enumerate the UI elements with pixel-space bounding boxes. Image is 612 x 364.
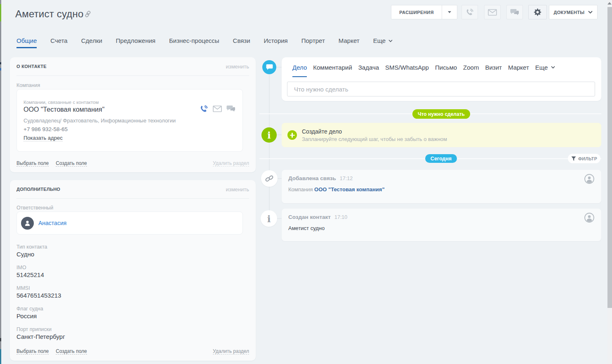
tltab-activity[interactable]: Дело: [292, 57, 307, 77]
settings-button[interactable]: [528, 5, 547, 19]
create-activity-banner[interactable]: Создайте дело Запланируйте следующий шаг…: [282, 123, 601, 147]
company-chat-icon[interactable]: [226, 104, 235, 113]
filter-button[interactable]: ФИЛЬТР: [568, 154, 600, 163]
company-link[interactable]: ООО "Тестовая компания": [314, 186, 384, 193]
page-title: Аметист судно: [15, 8, 84, 20]
create-field-link[interactable]: Создать поле: [56, 348, 87, 355]
tltab-task[interactable]: Задача: [358, 57, 379, 77]
company-phone: +7 986 932-58-65: [24, 126, 236, 132]
responsible-box[interactable]: Анастасия: [16, 211, 243, 235]
tab-general[interactable]: Общие: [16, 37, 37, 48]
menu-strip-dot3: [0, 338, 1, 341]
field-label: Флаг судна: [16, 306, 249, 312]
collapsed-menu-strip: [0, 0, 1, 364]
menu-strip-teal: [0, 349, 1, 364]
select-field-link[interactable]: Выбрать поле: [16, 348, 49, 355]
responsible-avatar: [21, 217, 34, 230]
timeline-item-time: 17:10: [334, 214, 347, 220]
phone-icon: [465, 8, 474, 17]
timeline-item-title: Создан контакт: [288, 214, 331, 220]
tab-market[interactable]: Маркет: [339, 37, 360, 48]
tltab-zoom[interactable]: Zoom: [463, 57, 479, 77]
timeline-item-title: Добавлена связь: [288, 175, 336, 181]
create-field-link[interactable]: Создать поле: [56, 160, 87, 167]
timeline-editor-tabs: Дело Комментарий Задача SMS/WhatsApp Пис…: [287, 57, 596, 77]
tab-more-label: Еще: [373, 37, 386, 44]
call-button[interactable]: [461, 5, 478, 19]
banner-title: Создайте дело: [302, 128, 447, 135]
entity-tabs: Общие Счета Сделки Предложения Бизнес-пр…: [16, 37, 393, 48]
about-card-edit-link[interactable]: изменить: [226, 63, 249, 70]
todo-input[interactable]: [287, 82, 595, 96]
tltab-mail[interactable]: Письмо: [435, 57, 457, 77]
tab-more[interactable]: Еще: [373, 37, 393, 48]
tltab-visit[interactable]: Визит: [485, 57, 502, 77]
tab-relations[interactable]: Связи: [233, 37, 250, 48]
about-card-title: О КОНТАКТЕ: [16, 64, 47, 69]
timeline-connector: [275, 67, 282, 68]
gear-icon: [534, 8, 541, 16]
todo-hint-pill: Что нужно сделать: [412, 109, 470, 119]
timeline-info-badge: i: [261, 210, 277, 227]
field-value: Судно: [16, 251, 249, 258]
company-quick-actions: [199, 104, 235, 113]
email-button[interactable]: [484, 5, 501, 19]
field-imo: IMO 51425214: [16, 265, 249, 278]
timeline-item-text: Аметист судно: [288, 225, 325, 231]
tltab-sms[interactable]: SMS/WhatsApp: [385, 57, 429, 77]
field-flag: Флаг судна Россия: [16, 306, 249, 319]
timeline-info-badge-green: i: [261, 127, 277, 143]
author-avatar-icon: [584, 174, 594, 184]
details-card-title: ДОПОЛНИТЕЛЬНО: [16, 187, 60, 192]
field-port: Порт приписки Санкт-Петербург: [16, 326, 249, 340]
divider: [16, 75, 249, 76]
divider: [16, 198, 249, 199]
details-card: ДОПОЛНИТЕЛЬНО изменить Ответственный Ана…: [10, 180, 256, 361]
card-links-row: Выбрать поле Создать поле Удалить раздел: [16, 348, 249, 355]
chevron-down-icon: [551, 66, 555, 68]
link-icon[interactable]: [85, 11, 90, 16]
chat-button[interactable]: [506, 5, 523, 19]
extensions-button[interactable]: РАСШИРЕНИЯ: [391, 5, 457, 19]
timeline-item-link-added: Добавлена связь 17:12 Компания ООО "Тест…: [282, 170, 601, 203]
extensions-button-label: РАСШИРЕНИЯ: [391, 10, 442, 15]
documents-button-label: ДОКУМЕНТЫ: [554, 10, 585, 15]
tab-history[interactable]: История: [264, 37, 288, 48]
page-scrollbar[interactable]: [607, 0, 612, 364]
scrollbar-up-arrow[interactable]: [607, 2, 612, 5]
extensions-dropdown-toggle[interactable]: [442, 11, 457, 13]
stream-today-label[interactable]: Сегодня: [425, 154, 457, 163]
show-address-link[interactable]: Показать адрес: [24, 135, 63, 141]
banner-text: Создайте дело Запланируйте следующий шаг…: [302, 128, 447, 142]
documents-button[interactable]: ДОКУМЕНТЫ: [549, 5, 598, 19]
tltab-comment[interactable]: Комментарий: [313, 57, 352, 77]
plus-icon[interactable]: [287, 130, 297, 140]
remove-section-link[interactable]: Удалить раздел: [213, 348, 249, 355]
tab-bizproc[interactable]: Бизнес-процессы: [169, 37, 219, 48]
info-icon: i: [267, 131, 271, 140]
tltab-market[interactable]: Маркет: [508, 57, 529, 77]
select-field-link[interactable]: Выбрать поле: [16, 160, 49, 167]
field-mmsi: MMSI 5647651453213: [16, 285, 249, 299]
menu-strip-dot1: [0, 62, 1, 64]
tab-portrait[interactable]: Портрет: [301, 37, 325, 48]
tab-quotes[interactable]: Предложения: [116, 37, 155, 48]
field-value: 51425214: [16, 271, 249, 278]
menu-strip-green: [0, 4, 1, 21]
responsible-name-link[interactable]: Анастасия: [38, 220, 66, 226]
company-call-icon[interactable]: [199, 104, 208, 113]
company-box[interactable]: Компании, связанные с контактом ООО "Тес…: [16, 89, 243, 152]
remove-section-link[interactable]: Удалить раздел: [213, 160, 249, 167]
field-value: Санкт-Петербург: [16, 333, 249, 340]
timeline-item-time: 17:12: [340, 176, 353, 181]
tltab-more[interactable]: Еще: [535, 57, 556, 77]
details-card-edit-link[interactable]: изменить: [226, 186, 249, 193]
field-label: Порт приписки: [16, 326, 249, 332]
company-mail-icon[interactable]: [213, 104, 222, 113]
filter-button-label: ФИЛЬТР: [578, 156, 597, 161]
field-label: Тип контакта: [16, 244, 249, 250]
tab-deals[interactable]: Сделки: [81, 37, 102, 48]
tab-invoices[interactable]: Счета: [50, 37, 67, 48]
field-value: 5647651453213: [16, 292, 249, 299]
scrollbar-thumb[interactable]: [607, 7, 612, 308]
